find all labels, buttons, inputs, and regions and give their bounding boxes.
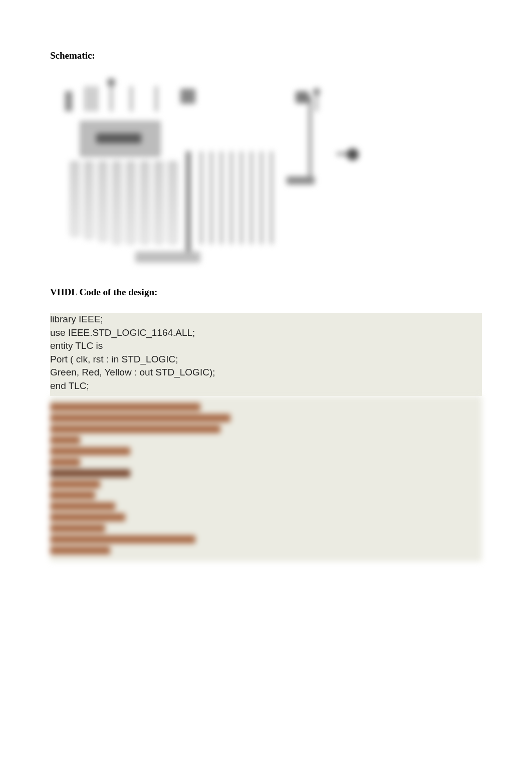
vhdl-code-block: library IEEE; use IEEE.STD_LOGIC_1164.AL… xyxy=(50,313,482,396)
schematic-divider xyxy=(186,151,190,252)
schematic-wire xyxy=(230,151,232,244)
schematic-pin xyxy=(95,86,97,111)
blurred-line xyxy=(50,513,125,521)
schematic-vertical-wire xyxy=(309,96,312,176)
vhdl-heading: VHDL Code of the design: xyxy=(50,287,482,298)
blurred-line xyxy=(50,480,100,488)
schematic-wire xyxy=(271,151,273,244)
code-line: Green, Red, Yellow : out STD_LOGIC); xyxy=(50,366,482,379)
schematic-pin xyxy=(85,86,87,111)
schematic-wire xyxy=(260,151,262,244)
schematic-wire xyxy=(220,151,222,244)
blurred-line xyxy=(50,403,200,411)
schematic-wire xyxy=(112,161,121,244)
blurred-line xyxy=(50,546,110,554)
schematic-pin xyxy=(90,86,92,111)
schematic-top-pins xyxy=(65,81,205,121)
schematic-pin xyxy=(155,86,157,111)
schematic-right-block xyxy=(281,91,321,186)
code-line: Port ( clk, rst : in STD_LOGIC; xyxy=(50,353,482,366)
blurred-line xyxy=(50,458,80,466)
schematic-wire xyxy=(210,151,212,244)
blurred-line xyxy=(50,524,105,532)
blurred-line xyxy=(50,535,195,543)
schematic-wire xyxy=(84,161,93,239)
schematic-output-node xyxy=(336,141,361,171)
schematic-terminal xyxy=(347,148,359,160)
blurred-line xyxy=(50,491,95,499)
schematic-wire xyxy=(140,161,149,244)
schematic-wire xyxy=(98,161,107,242)
code-line: use IEEE.STD_LOGIC_1164.ALL; xyxy=(50,326,482,340)
blurred-line xyxy=(50,425,220,433)
blurred-line xyxy=(50,436,80,444)
vhdl-code-blurred xyxy=(50,396,482,561)
schematic-pin xyxy=(130,86,132,111)
schematic-block-label xyxy=(96,133,141,143)
code-line: end TLC; xyxy=(50,379,482,393)
schematic-node xyxy=(287,176,315,184)
blurred-line xyxy=(50,502,115,510)
schematic-wire xyxy=(200,151,202,244)
schematic-node xyxy=(316,91,318,111)
schematic-wire xyxy=(70,161,79,237)
schematic-foot-label xyxy=(135,252,200,263)
blurred-line xyxy=(50,469,130,477)
schematic-main-block xyxy=(80,121,160,156)
code-line: entity TLC is xyxy=(50,339,482,353)
schematic-pin xyxy=(110,81,112,111)
schematic-node xyxy=(296,91,309,103)
schematic-pin xyxy=(180,89,195,104)
schematic-wire xyxy=(240,151,242,244)
schematic-wire xyxy=(168,161,177,244)
schematic-wire xyxy=(154,161,163,244)
schematic-diagram xyxy=(50,81,361,267)
schematic-wire xyxy=(337,152,347,155)
blurred-line xyxy=(50,414,230,422)
schematic-wire xyxy=(250,151,252,244)
schematic-wire xyxy=(126,161,135,244)
code-line: library IEEE; xyxy=(50,313,482,326)
blurred-line xyxy=(50,447,130,455)
schematic-heading: Schematic: xyxy=(50,50,482,61)
schematic-pin xyxy=(65,91,72,111)
schematic-bottom-wires xyxy=(70,161,311,247)
